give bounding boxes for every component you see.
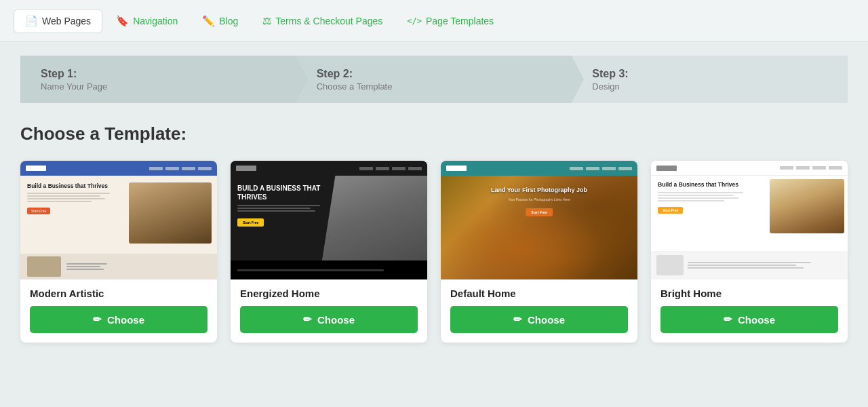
template-info-energized-home: Energized Home ✏ Choose <box>231 279 427 343</box>
step3-title: Step 3: <box>592 68 628 80</box>
tab-navigation[interactable]: 🔖 Navigation <box>105 9 189 33</box>
blog-icon: ✏️ <box>202 15 215 27</box>
choose-button-energized-home[interactable]: ✏ Choose <box>240 306 418 333</box>
tab-web-pages[interactable]: 📄 Web Pages <box>14 9 102 33</box>
preview-logo <box>446 166 467 171</box>
page-templates-icon: </> <box>407 16 422 26</box>
tab-terms-checkout[interactable]: ⚖ Terms & Checkout Pages <box>252 9 393 33</box>
choose-button-default-home[interactable]: ✏ Choose <box>450 306 628 333</box>
template-info-bright-home: Bright Home ✏ Choose <box>651 279 848 343</box>
terms-icon: ⚖ <box>262 15 271 27</box>
template-info-modern-artistic: Modern Artistic ✏ Choose <box>20 279 217 343</box>
preview-nav <box>570 167 632 170</box>
preview-logo <box>656 166 677 171</box>
preview-logo <box>236 166 256 171</box>
step3-subtitle: Design <box>592 81 628 92</box>
template-name: Bright Home <box>660 288 838 299</box>
step1-title: Step 1: <box>41 68 107 80</box>
section-heading: Choose a Template: <box>20 123 848 144</box>
choose-button-bright-home[interactable]: ✏ Choose <box>660 306 838 333</box>
tab-page-templates[interactable]: </> Page Templates <box>396 10 505 32</box>
template-preview-energized-home: BUILD A BUSINESS THAT THRIVES Start Free <box>231 161 427 279</box>
preview-nav <box>149 167 212 170</box>
progress-stepper: Step 1: Name Your Page Step 2: Choose a … <box>20 56 848 103</box>
template-grid: Build a Business that Thrives Start Free <box>20 161 848 343</box>
preview-nav <box>780 166 842 170</box>
tab-blog[interactable]: ✏️ Blog <box>191 9 249 33</box>
step2-title: Step 2: <box>317 68 393 80</box>
template-preview-default-home: Land Your First Photography Job Your Pas… <box>441 161 637 279</box>
navigation-icon: 🔖 <box>116 15 129 27</box>
template-preview-modern-artistic: Build a Business that Thrives Start Free <box>20 161 217 279</box>
web-pages-icon: 📄 <box>25 15 38 27</box>
template-name: Default Home <box>450 288 628 299</box>
template-name: Modern Artistic <box>30 288 208 299</box>
step2-subtitle: Choose a Template <box>317 81 393 92</box>
step-1: Step 1: Name Your Page <box>20 56 296 103</box>
choose-icon: ✏ <box>724 313 732 326</box>
choose-button-modern-artistic[interactable]: ✏ Choose <box>30 306 208 333</box>
template-preview-bright-home: Build a Business that Thrives Start Free <box>651 161 848 279</box>
preview-nav <box>359 167 422 170</box>
template-card-modern-artistic: Build a Business that Thrives Start Free <box>20 161 217 343</box>
step-3: Step 3: Design <box>572 56 848 103</box>
step-2: Step 2: Choose a Template <box>296 56 572 103</box>
choose-icon: ✏ <box>93 313 102 326</box>
template-card-bright-home: Build a Business that Thrives Start Free <box>651 161 848 343</box>
template-info-default-home: Default Home ✏ Choose <box>441 279 637 343</box>
template-name: Energized Home <box>240 288 418 299</box>
choose-icon: ✏ <box>513 313 522 326</box>
preview-logo <box>26 166 46 171</box>
template-card-default-home: Land Your First Photography Job Your Pas… <box>441 161 637 343</box>
step1-subtitle: Name Your Page <box>41 81 107 92</box>
top-navigation: 📄 Web Pages 🔖 Navigation ✏️ Blog ⚖ Terms… <box>0 0 868 42</box>
main-content: Choose a Template: <box>0 103 868 356</box>
choose-icon: ✏ <box>303 313 312 326</box>
template-card-energized-home: BUILD A BUSINESS THAT THRIVES Start Free <box>231 161 427 343</box>
